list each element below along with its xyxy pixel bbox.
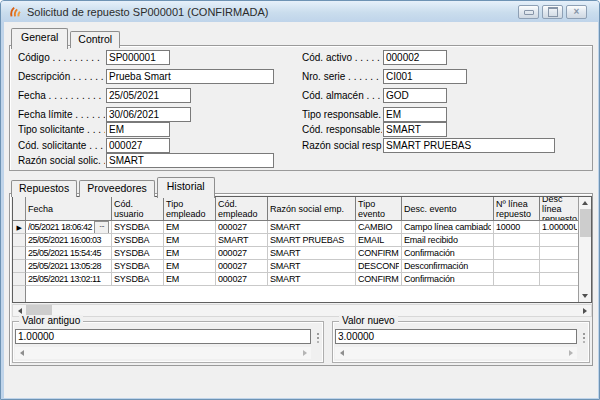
cell-fecha[interactable]: 25/05/2021 13:02:11	[26, 273, 112, 286]
old-value-scrollbar[interactable]	[15, 347, 311, 359]
old-value-label: Valor antiguo	[19, 315, 83, 326]
razon-social-resp-input[interactable]	[383, 138, 555, 153]
close-button[interactable]: ×	[566, 5, 587, 19]
cell-tipo-empleado[interactable]: EM	[164, 273, 216, 286]
tab-control[interactable]: Control	[70, 31, 120, 48]
maximize-button[interactable]	[542, 5, 563, 19]
codigo-input[interactable]	[106, 50, 170, 65]
new-value-scrollbar[interactable]	[335, 347, 577, 359]
column-header-desc-linea-repuesto[interactable]: Desc línea repuesto	[540, 197, 578, 221]
column-header-desc-evento[interactable]: Desc. evento	[402, 197, 494, 221]
cod-responsable-input[interactable]	[383, 122, 447, 137]
cell-desc-evento[interactable]: Confirmación	[402, 247, 494, 260]
cell-n-linea-repuesto[interactable]	[494, 234, 540, 247]
cell-tipo-evento[interactable]: CONFIRM	[356, 273, 402, 286]
cell-cod-empleado[interactable]: SMART	[216, 234, 268, 247]
new-value-input[interactable]	[335, 329, 577, 344]
table-row[interactable]: ▶/05/2021 18:06:42···SYSDBAEM000027SMART…	[13, 221, 578, 234]
old-scroll-left-button[interactable]	[15, 348, 28, 359]
nro-serie-input[interactable]	[383, 69, 467, 84]
cell-desc-evento[interactable]: Desconfirmación	[402, 260, 494, 273]
tab-proveedores[interactable]: Proveedores	[79, 180, 155, 197]
cell-razon-social-emp[interactable]: SMART	[268, 247, 356, 260]
cell-tipo-empleado[interactable]: EM	[164, 260, 216, 273]
cod-almacen-input[interactable]	[383, 88, 447, 103]
cell-desc-linea-repuesto[interactable]	[540, 260, 578, 273]
cell-cod-usuario[interactable]: SYSDBA	[112, 273, 164, 286]
cell-tipo-evento[interactable]: DESCONFIRM	[356, 260, 402, 273]
ellipsis-button[interactable]: ···	[94, 221, 109, 234]
old-scroll-right-button[interactable]	[298, 348, 311, 359]
table-row[interactable]: 25/05/2021 13:05:28SYSDBAEM000027SMARTDE…	[13, 260, 578, 273]
cell-cod-empleado[interactable]: 000027	[216, 247, 268, 260]
cell-fecha[interactable]: 25/05/2021 15:54:45	[26, 247, 112, 260]
cell-tipo-empleado[interactable]: EM	[164, 221, 216, 234]
column-header-n-linea-repuesto[interactable]: Nº línea repuesto	[494, 197, 540, 221]
cell-desc-linea-repuesto[interactable]: 1.00000UD*	[540, 221, 578, 234]
general-tab-page: Código . . . . . . . . .Descripción . . …	[9, 45, 593, 171]
scroll-up-button[interactable]	[580, 197, 591, 209]
tipo-responsable-input[interactable]	[383, 107, 447, 122]
grid-horizontal-scrollbar[interactable]	[12, 304, 592, 317]
cell-cod-empleado[interactable]: 000027	[216, 273, 268, 286]
cell-desc-linea-repuesto[interactable]	[540, 273, 578, 286]
column-header-fecha[interactable]: Fecha	[26, 197, 112, 221]
cell-razon-social-emp[interactable]: SMART	[268, 221, 356, 234]
cell-text: SMART	[270, 260, 353, 272]
cell-fecha[interactable]: 25/05/2021 13:05:28	[26, 260, 112, 273]
cod-solicitante-input[interactable]	[106, 138, 170, 153]
column-header-tipo-empleado[interactable]: Tipo empleado	[164, 197, 216, 221]
cell-cod-empleado[interactable]: 000027	[216, 260, 268, 273]
cell-cod-empleado[interactable]: 000027	[216, 221, 268, 234]
column-header-tipo-evento[interactable]: Tipo evento	[356, 197, 402, 221]
cell-razon-social-emp[interactable]: SMART PRUEBAS	[268, 234, 356, 247]
cell-tipo-evento[interactable]: EMAIL	[356, 234, 402, 247]
tab-historial[interactable]: Historial	[157, 177, 215, 198]
cell-n-linea-repuesto[interactable]	[494, 260, 540, 273]
cell-tipo-evento[interactable]: CAMBIO	[356, 221, 402, 234]
new-scroll-right-button[interactable]	[564, 348, 577, 359]
cell-cod-usuario[interactable]: SYSDBA	[112, 247, 164, 260]
cell-cod-usuario[interactable]: SYSDBA	[112, 260, 164, 273]
fecha-limite-input[interactable]	[106, 107, 191, 122]
cell-desc-evento[interactable]: Email recibido	[402, 234, 494, 247]
cod-activo-input[interactable]	[383, 50, 447, 65]
cell-cod-usuario[interactable]: SYSDBA	[112, 221, 164, 234]
tipo-solicitante-input[interactable]	[106, 122, 170, 137]
fecha-input[interactable]	[106, 88, 191, 103]
cell-n-linea-repuesto[interactable]: 10000	[494, 221, 540, 234]
new-scroll-left-button[interactable]	[335, 348, 348, 359]
cell-n-linea-repuesto[interactable]	[494, 273, 540, 286]
cell-cod-usuario[interactable]: SYSDBA	[112, 234, 164, 247]
cell-fecha[interactable]: 25/05/2021 16:00:03	[26, 234, 112, 247]
cell-tipo-empleado[interactable]: EM	[164, 234, 216, 247]
table-row[interactable]: 25/05/2021 15:54:45SYSDBAEM000027SMARTCO…	[13, 247, 578, 260]
vertical-scroll-track[interactable]	[579, 237, 591, 290]
cell-desc-evento[interactable]: Confirmación	[402, 273, 494, 286]
cell-tipo-evento[interactable]: CONFIRM	[356, 247, 402, 260]
column-header-cod-empleado[interactable]: Cód. empleado	[216, 197, 268, 221]
old-value-input[interactable]	[15, 329, 311, 344]
tab-repuestos[interactable]: Repuestos	[11, 180, 77, 197]
scroll-right-button[interactable]	[578, 305, 591, 316]
table-row[interactable]: 25/05/2021 16:00:03SYSDBAEMSMARTSMART PR…	[13, 234, 578, 247]
cell-fecha[interactable]: /05/2021 18:06:42···	[26, 221, 112, 234]
column-header-razon-social-emp[interactable]: Razón social emp.	[268, 197, 356, 221]
razon-social-solic-input[interactable]	[106, 153, 274, 168]
cell-desc-evento[interactable]: Campo línea cambiado	[402, 221, 494, 234]
table-row[interactable]: 25/05/2021 13:02:11SYSDBAEM000027SMARTCO…	[13, 273, 578, 286]
cell-razon-social-emp[interactable]: SMART	[268, 273, 356, 286]
tab-general[interactable]: General	[11, 28, 68, 49]
cell-n-linea-repuesto[interactable]	[494, 247, 540, 260]
cell-desc-linea-repuesto[interactable]	[540, 247, 578, 260]
minimize-button[interactable]	[518, 5, 539, 19]
titlebar[interactable]: Solicitud de repuesto SP000001 (CONFIRMA…	[1, 1, 599, 22]
scroll-down-button[interactable]	[580, 290, 591, 302]
cell-tipo-empleado[interactable]: EM	[164, 247, 216, 260]
cell-razon-social-emp[interactable]: SMART	[268, 260, 356, 273]
descripcion-input[interactable]	[106, 69, 274, 84]
vertical-scroll-thumb[interactable]	[580, 209, 591, 237]
column-header-cod-usuario[interactable]: Cód. usuario	[112, 197, 164, 221]
grid-vertical-scrollbar[interactable]	[578, 197, 591, 302]
cell-desc-linea-repuesto[interactable]	[540, 234, 578, 247]
